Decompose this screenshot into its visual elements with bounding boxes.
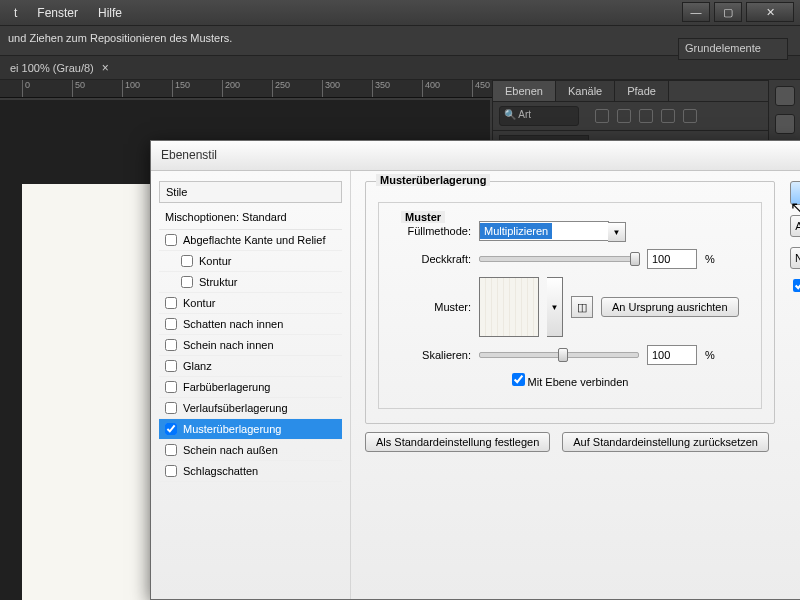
tab-pfade[interactable]: Pfade	[615, 81, 669, 101]
blending-options[interactable]: Mischoptionen: Standard	[159, 205, 342, 230]
maximize-button[interactable]: ▢	[714, 2, 742, 22]
style-stroke[interactable]: Kontur	[159, 293, 342, 314]
dialog-title: Ebenenstil	[151, 141, 800, 171]
fieldset-legend: Musterüberlagerung	[376, 174, 490, 186]
filter-adjust-icon[interactable]	[617, 109, 631, 123]
minimize-button[interactable]: —	[682, 2, 710, 22]
percent-label: %	[705, 253, 715, 265]
percent-label-2: %	[705, 349, 715, 361]
new-style-button-partial[interactable]: N	[790, 247, 800, 269]
pattern-swatch[interactable]	[479, 277, 539, 337]
style-satin[interactable]: Glanz	[159, 356, 342, 377]
filter-smart-icon[interactable]	[683, 109, 697, 123]
layers-icon[interactable]	[775, 86, 795, 106]
tab-kanaele[interactable]: Kanäle	[556, 81, 615, 101]
preview-checkbox[interactable]	[793, 279, 801, 294]
menubar: t Fenster Hilfe — ▢ ✕	[0, 0, 800, 26]
style-outer-glow[interactable]: Schein nach außen	[159, 440, 342, 461]
style-settings: Musterüberlagerung Muster Füllmethode: M…	[351, 171, 789, 599]
opacity-slider[interactable]	[479, 256, 639, 262]
filter-shape-icon[interactable]	[661, 109, 675, 123]
opacity-input[interactable]	[647, 249, 697, 269]
style-inner-shadow[interactable]: Schatten nach innen	[159, 314, 342, 335]
menu-hilfe[interactable]: Hilfe	[88, 6, 132, 20]
style-color-overlay[interactable]: Farbüberlagerung	[159, 377, 342, 398]
chevron-down-icon[interactable]: ▼	[608, 222, 626, 242]
make-default-button[interactable]: Als Standardeinstellung festlegen	[365, 432, 550, 452]
layer-filter-search[interactable]: 🔍 Art	[499, 106, 579, 126]
scale-input[interactable]	[647, 345, 697, 365]
style-inner-glow[interactable]: Schein nach innen	[159, 335, 342, 356]
snap-origin-icon[interactable]: ◫	[571, 296, 593, 318]
filter-pixel-icon[interactable]	[595, 109, 609, 123]
close-button[interactable]: ✕	[746, 2, 794, 22]
layer-style-dialog: Ebenenstil Stile Mischoptionen: Standard…	[150, 140, 800, 600]
document-tab[interactable]: ei 100% (Grau/8)	[10, 62, 94, 74]
link-with-layer[interactable]: Mit Ebene verbinden	[512, 373, 629, 388]
dialog-side-buttons: A N	[789, 171, 800, 599]
pattern-label: Muster:	[391, 301, 471, 313]
inner-legend: Muster	[401, 211, 445, 223]
hint-text: und Ziehen zum Repositionieren des Muste…	[8, 32, 232, 44]
opacity-label: Deckkraft:	[391, 253, 471, 265]
window-buttons: — ▢ ✕	[682, 2, 794, 22]
blend-mode-label: Füllmethode:	[391, 225, 471, 237]
style-bevel-texture[interactable]: Struktur	[159, 272, 342, 293]
pattern-chevron-icon[interactable]: ▼	[547, 277, 563, 337]
snap-origin-button[interactable]: An Ursprung ausrichten	[601, 297, 739, 317]
menu-truncated[interactable]: t	[4, 6, 27, 20]
style-gradient-overlay[interactable]: Verlaufsüberlagerung	[159, 398, 342, 419]
style-bevel-contour[interactable]: Kontur	[159, 251, 342, 272]
scale-slider[interactable]	[479, 352, 639, 358]
workspace-preset[interactable]: Grundelemente	[678, 38, 788, 60]
tab-ebenen[interactable]: Ebenen	[493, 81, 556, 101]
channels-icon[interactable]	[775, 114, 795, 134]
layer-filter-icons	[595, 109, 697, 123]
style-drop-shadow[interactable]: Schlagschatten	[159, 461, 342, 482]
style-pattern-overlay[interactable]: Musterüberlagerung	[159, 419, 342, 440]
blend-mode-combo[interactable]: Multiplizieren ▼	[479, 221, 609, 241]
styles-header[interactable]: Stile	[159, 181, 342, 203]
style-bevel[interactable]: Abgeflachte Kante und Relief	[159, 230, 342, 251]
filter-text-icon[interactable]	[639, 109, 653, 123]
reset-default-button[interactable]: Auf Standardeinstellung zurücksetzen	[562, 432, 769, 452]
style-list: Stile Mischoptionen: Standard Abgeflacht…	[151, 171, 351, 599]
menu-fenster[interactable]: Fenster	[27, 6, 88, 20]
doc-close-icon[interactable]: ×	[102, 61, 109, 75]
ok-button-partial[interactable]	[790, 181, 800, 205]
scale-label: Skalieren:	[391, 349, 471, 361]
cancel-button-partial[interactable]: A	[790, 215, 800, 237]
